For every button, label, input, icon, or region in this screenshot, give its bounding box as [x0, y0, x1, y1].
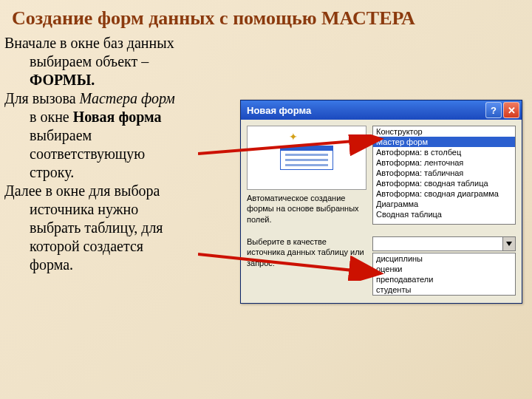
p2-l5: строку. [30, 164, 74, 180]
chevron-down-icon [506, 242, 512, 246]
close-icon: ✕ [508, 105, 516, 116]
source-option[interactable]: преподаватели [373, 274, 515, 284]
dialog-titlebar[interactable]: Новая форма ? ✕ [241, 100, 522, 120]
p3-l3: выбрать таблицу, для [30, 219, 163, 236]
close-button[interactable]: ✕ [503, 102, 519, 118]
source-combobox[interactable] [372, 236, 516, 251]
p3-l5: форма. [30, 256, 73, 273]
source-dropdown-list[interactable]: дисциплиныоценкипреподавателистуденты [372, 253, 516, 296]
p1-formy: ФОРМЫ. [30, 72, 95, 88]
p2-l2b: Новая форма [73, 109, 162, 125]
form-type-option[interactable]: Сводная таблица [373, 209, 515, 219]
p3-l4: которой создается [30, 238, 143, 254]
p1-lead: Вначале в окне баз данных [4, 35, 174, 51]
form-type-listbox[interactable]: КонструкторМастер формАвтоформа: в столб… [372, 126, 516, 225]
form-type-option[interactable]: Автоформа: табличная [373, 168, 515, 178]
source-option[interactable]: дисциплины [373, 253, 515, 264]
form-type-option[interactable]: Конструктор [373, 126, 515, 137]
form-type-option[interactable]: Автоформа: сводная диаграмма [373, 188, 515, 199]
help-button[interactable]: ? [485, 102, 502, 118]
source-label: Выберите в качестве источника данных таб… [247, 236, 365, 268]
instruction-text: Вначале в окне баз данных выбираем объек… [0, 34, 248, 274]
source-option[interactable]: студенты [373, 284, 515, 295]
p2-l2a: в окне [30, 109, 73, 125]
form-type-option[interactable]: Автоформа: в столбец [373, 147, 515, 157]
p3-lead: Далее в окне для выбора [4, 183, 160, 199]
p2-l3: выбираем [30, 127, 92, 143]
new-form-dialog: Новая форма ? ✕ ✦ Автоматическое создани… [240, 100, 522, 304]
combobox-value [373, 237, 502, 250]
p3-l2: источника нужно [30, 201, 138, 217]
page-title: Создание форм данных с помощью МАСТЕРА [0, 0, 532, 34]
form-type-option[interactable]: Диаграмма [373, 199, 515, 209]
p2-lead: Для вызова [4, 90, 80, 106]
preview-caption: Автоматическое создание формы на основе … [247, 193, 365, 225]
p1-rest-a: выбираем объект – [30, 53, 149, 69]
p2-em: Мастера форм [80, 90, 175, 106]
form-type-option[interactable]: Автоформа: сводная таблица [373, 178, 515, 188]
help-icon: ? [491, 105, 497, 116]
dialog-title: Новая форма [247, 105, 311, 116]
combobox-dropdown-button[interactable] [502, 237, 515, 250]
mini-form-icon [280, 146, 333, 170]
p2-l4: соответствующую [30, 146, 145, 162]
preview-image: ✦ [247, 126, 366, 190]
source-option[interactable]: оценки [373, 264, 515, 274]
svg-marker-0 [506, 242, 512, 246]
form-type-option[interactable]: Автоформа: ленточная [373, 157, 515, 168]
form-type-option[interactable]: Мастер форм [373, 137, 515, 147]
wizard-star-icon: ✦ [289, 131, 298, 143]
